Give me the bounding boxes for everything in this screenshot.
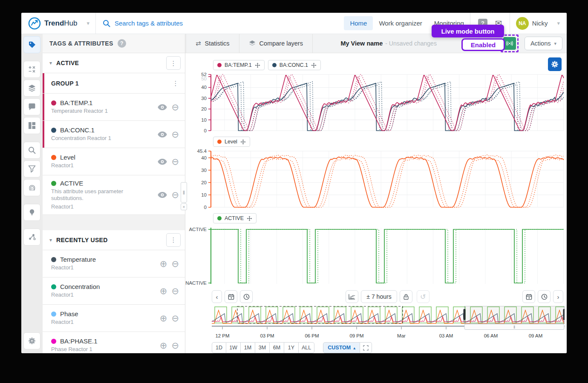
eye-icon[interactable] <box>158 159 167 165</box>
charts-area: BA:TEMP.1BA:CONC.1 5250403020100 Level 4… <box>185 53 567 287</box>
actions-button[interactable]: Actions ▾ <box>525 37 562 50</box>
nav-link-home[interactable]: Home <box>344 16 373 30</box>
global-search[interactable] <box>96 20 224 27</box>
add-tag-button[interactable]: ⊕ <box>160 341 167 350</box>
custom-range-button[interactable]: CUSTOM▴ <box>323 342 360 353</box>
section-header-recently-used[interactable]: ▾RECENTLY USED⋮ <box>43 230 185 250</box>
expand-range-button[interactable] <box>360 342 372 353</box>
rail-fingerprint-button[interactable] <box>23 179 40 196</box>
chart-level[interactable]: 45.4403020100 <box>185 149 567 210</box>
panel-collapse-button[interactable]: × <box>181 203 187 210</box>
live-mode-button[interactable] <box>503 37 516 50</box>
section-menu-button[interactable]: ⋮ <box>166 56 181 70</box>
tag-item-active[interactable]: ACTIVEThis attribute uses parameter subs… <box>43 175 185 215</box>
rail-layers-button[interactable] <box>23 80 40 97</box>
add-tag-button[interactable]: ⊕ <box>160 314 167 323</box>
brand-name: TrendHub <box>44 19 77 28</box>
tag-description: Temperature Reactor 1 <box>51 108 154 114</box>
chart-settings-button[interactable] <box>548 57 562 71</box>
range-button-1m[interactable]: 1M <box>241 342 255 353</box>
remove-tag-button[interactable]: ⊖ <box>171 314 179 323</box>
time-range-button[interactable]: ± 7 hours <box>361 290 397 303</box>
pan-right-button[interactable]: › <box>553 290 563 303</box>
context-time-label: 12 PM <box>215 333 229 338</box>
rail-calculations-button[interactable] <box>23 61 40 78</box>
remove-tag-button[interactable]: ⊖ <box>171 259 179 268</box>
trend-overlay-button[interactable] <box>346 290 358 303</box>
tag-item-level[interactable]: LevelReactor1⊖ <box>43 148 185 175</box>
rail-settings-button[interactable] <box>23 332 40 349</box>
brush-grip[interactable]: ‖ <box>513 325 515 329</box>
eye-icon[interactable] <box>158 131 167 137</box>
legend-chip-level[interactable]: Level <box>213 137 250 147</box>
brush-handle-right[interactable] <box>563 309 565 320</box>
tag-item-ba-conc-1[interactable]: BA:CONC.1Concentration Reactor 1⊖ <box>43 121 185 148</box>
start-date-picker-button[interactable] <box>225 290 237 303</box>
tag-item-ba-temp-1[interactable]: BA:TEMP.1Temperature Reactor 1⊖ <box>43 94 185 121</box>
eye-icon[interactable] <box>158 192 167 198</box>
pan-left-button[interactable]: ‹ <box>212 290 222 303</box>
app-logo[interactable]: TrendHub ▾ <box>21 17 95 30</box>
range-button-1w[interactable]: 1W <box>226 342 241 353</box>
tag-list: ▾ACTIVE⋮GROUP 1⋮BA:TEMP.1Temperature Rea… <box>43 53 185 353</box>
remove-tag-button[interactable]: ⊖ <box>171 190 179 199</box>
rail-filter-button[interactable] <box>23 160 40 177</box>
end-date-picker-button[interactable] <box>522 290 535 303</box>
tag-item-ba-phase-1[interactable]: BA:PHASE.1Phase Reactor 1⊕⊖ <box>43 332 185 353</box>
rail-comments-button[interactable] <box>23 98 40 115</box>
tab-compare-layers[interactable]: Compare layers <box>239 34 313 53</box>
time-toolbar: ‹ ± 7 hours <box>212 290 563 303</box>
tag-item-phase[interactable]: PhaseReactor1⊕⊖ <box>43 305 185 332</box>
tag-item-concentration[interactable]: ConcentrationReactor1⊕⊖ <box>43 277 185 305</box>
overview-brush[interactable] <box>464 306 564 324</box>
legend-chip-active[interactable]: ACTIVE <box>213 213 257 223</box>
remove-tag-button[interactable]: ⊖ <box>171 103 179 111</box>
panel-resize-handle[interactable]: ‖ <box>181 182 187 203</box>
range-button-all[interactable]: ALL <box>299 342 314 353</box>
end-time-picker-button[interactable] <box>538 290 551 303</box>
legend-chip-ba-conc-1[interactable]: BA:CONC.1 <box>268 60 321 70</box>
rail-tags-button[interactable] <box>23 36 40 53</box>
user-menu[interactable]: NA Nicky ▾ <box>510 17 567 30</box>
remove-tag-button[interactable]: ⊖ <box>171 286 179 295</box>
remove-tag-button[interactable]: ⊖ <box>171 341 179 350</box>
group-menu-button[interactable]: ⋮ <box>170 77 181 90</box>
remove-tag-button[interactable]: ⊖ <box>171 157 179 166</box>
range-button-3m[interactable]: 3M <box>255 342 270 353</box>
brand-chevron-down-icon[interactable]: ▾ <box>86 20 89 26</box>
tag-name: ACTIVE <box>60 180 83 187</box>
context-time-label: 06 PM <box>305 333 319 338</box>
rail-recommendations-button[interactable] <box>23 204 40 221</box>
lock-range-button[interactable] <box>400 290 412 303</box>
range-button-6m[interactable]: 6M <box>270 342 284 353</box>
chart-temp-conc[interactable]: 5250403020100 <box>185 72 567 133</box>
eye-icon[interactable] <box>158 104 167 110</box>
legend-chip-ba-temp-1[interactable]: BA:TEMP.1 <box>213 60 265 70</box>
svg-text:40: 40 <box>201 85 207 90</box>
context-overview-chart[interactable]: ‖ <box>212 306 565 332</box>
rail-search-button[interactable] <box>23 142 40 159</box>
group-header[interactable]: GROUP 1⋮ <box>43 73 185 94</box>
panel-help-icon[interactable]: ? <box>118 39 126 48</box>
context-time-label: Mar <box>397 333 406 338</box>
range-button-1y[interactable]: 1Y <box>284 342 299 353</box>
brush-handle-left[interactable] <box>464 309 466 320</box>
zoom-presets: 1D1W1M3M6M1YALL CUSTOM▴ <box>212 342 567 353</box>
tag-item-temperature[interactable]: TemperatureReactor1⊕⊖ <box>43 250 185 277</box>
range-button-1d[interactable]: 1D <box>212 342 226 353</box>
legend-label: Level <box>225 139 237 145</box>
remove-tag-button[interactable]: ⊖ <box>171 130 179 139</box>
chart-active-digital[interactable]: ACTIVEINACTIVE <box>185 225 567 286</box>
section-menu-button[interactable]: ⋮ <box>166 233 181 247</box>
section-label: ACTIVE <box>56 60 166 66</box>
panel-title: TAGS & ATTRIBUTES <box>49 40 113 47</box>
rail-context-items-button[interactable] <box>23 229 40 246</box>
start-time-picker-button[interactable] <box>240 290 253 303</box>
section-header-active[interactable]: ▾ACTIVE⋮ <box>43 53 185 73</box>
tab-statistics[interactable]: ⇄ Statistics <box>186 34 239 53</box>
search-input[interactable] <box>115 20 217 27</box>
add-tag-button[interactable]: ⊕ <box>160 286 167 295</box>
rail-dashboard-button[interactable] <box>23 117 40 134</box>
add-tag-button[interactable]: ⊕ <box>160 259 167 268</box>
nav-link-work-organizer[interactable]: Work organizer <box>373 16 428 30</box>
